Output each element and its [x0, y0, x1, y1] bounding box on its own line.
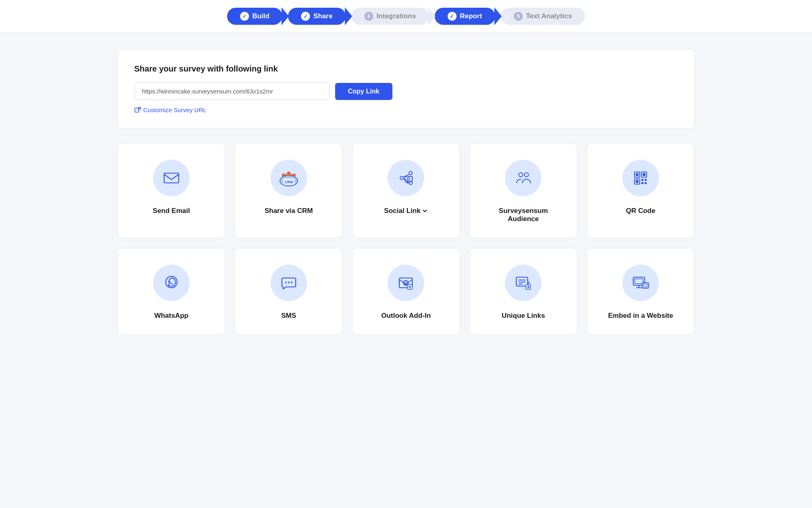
svg-rect-32: [645, 179, 647, 181]
svg-point-17: [409, 172, 412, 175]
chevron-down-icon: [422, 208, 428, 214]
top-navigation: ✓ Build ✓ Share 3 Integrations ✓ Report …: [0, 0, 812, 33]
step-integrations[interactable]: 3 Integrations: [351, 8, 429, 25]
survey-link-input[interactable]: [134, 82, 329, 100]
step-report-label: Report: [460, 12, 482, 20]
svg-point-24: [524, 173, 528, 177]
sharing-grid-row1: Send Email CRM: [118, 143, 695, 238]
send-email-label: Send Email: [153, 207, 190, 215]
crm-label: Share via CRM: [264, 207, 313, 215]
svg-rect-26: [636, 173, 639, 176]
share-link-card: Share your survey with following link Co…: [118, 49, 695, 128]
step-check-icon: ✓: [240, 12, 249, 21]
svg-rect-28: [643, 173, 645, 176]
step-share-check-icon: ✓: [301, 12, 310, 21]
share-card-audience[interactable]: Surveysensum Audience: [470, 143, 577, 238]
svg-rect-21: [405, 176, 412, 182]
step-arrow-3: [428, 7, 435, 25]
step-text-analytics-label: Text Analytics: [526, 12, 572, 20]
step-arrow-1: [281, 7, 289, 25]
sharing-grid-row2: WhatsApp SMS: [118, 248, 695, 335]
main-content: Share your survey with following link Co…: [102, 49, 711, 335]
share-card-social-link[interactable]: Social Link: [352, 143, 460, 238]
email-icon: [162, 169, 180, 187]
svg-rect-30: [636, 180, 639, 183]
step-share-label: Share: [313, 12, 332, 20]
social-link-icon-circle: [388, 160, 424, 196]
svg-point-22: [407, 178, 410, 180]
embed-icon-circle: [622, 265, 659, 301]
audience-icon: [514, 169, 532, 187]
share-card-crm[interactable]: CRM Share via CRM: [235, 143, 342, 238]
share-card-whatsapp[interactable]: WhatsApp: [118, 248, 225, 335]
outlook-icon: O: [397, 274, 415, 292]
customize-url-link[interactable]: Customize Survey URL: [134, 106, 678, 113]
whatsapp-label: WhatsApp: [154, 312, 188, 320]
svg-rect-49: [635, 279, 643, 284]
svg-point-38: [291, 282, 292, 283]
share-card-qr[interactable]: QR Code: [587, 143, 695, 238]
embed-icon: [632, 274, 650, 292]
crm-icon: CRM: [271, 160, 307, 196]
sms-label: SMS: [281, 312, 296, 320]
social-link-icon: [397, 169, 415, 187]
audience-icon-circle: [505, 160, 541, 196]
svg-rect-34: [645, 182, 647, 184]
share-card-sms[interactable]: SMS: [235, 248, 342, 335]
social-link-label: Social Link: [384, 207, 428, 215]
step-text-analytics[interactable]: 5 Text Analytics: [501, 8, 585, 25]
step-build[interactable]: ✓ Build: [227, 8, 283, 25]
copy-link-button[interactable]: Copy Link: [335, 83, 392, 100]
outlook-icon-circle: O: [388, 265, 424, 301]
unique-links-icon: [514, 274, 532, 292]
step-text-analytics-number: 5: [514, 12, 523, 21]
unique-links-label: Unique Links: [502, 312, 545, 320]
crm-icon-circle: CRM: [271, 160, 307, 196]
qr-icon: [632, 169, 650, 187]
share-title: Share your survey with following link: [134, 64, 678, 74]
share-card-unique-links[interactable]: Unique Links: [470, 248, 577, 335]
link-row: Copy Link: [134, 82, 678, 100]
qr-icon-circle: [622, 160, 659, 196]
send-email-icon-circle: [153, 160, 190, 196]
svg-point-36: [285, 282, 287, 283]
svg-point-16: [400, 176, 403, 180]
svg-rect-0: [135, 108, 139, 112]
audience-label: Surveysensum Audience: [499, 207, 548, 223]
outlook-label: Outlook Add-In: [381, 312, 431, 320]
share-card-embed[interactable]: Embed in a Website: [587, 248, 695, 335]
whatsapp-icon-circle: [153, 265, 190, 301]
svg-rect-33: [641, 182, 643, 184]
svg-text:CRM: CRM: [284, 180, 293, 184]
svg-point-37: [288, 282, 290, 283]
svg-rect-31: [641, 179, 643, 181]
external-link-icon: [134, 107, 141, 113]
step-share[interactable]: ✓ Share: [288, 8, 345, 25]
step-arrow-2: [345, 7, 352, 25]
qr-label: QR Code: [626, 207, 656, 215]
step-report-check-icon: ✓: [448, 12, 457, 21]
share-card-send-email[interactable]: Send Email: [118, 143, 225, 238]
svg-text:O: O: [405, 281, 408, 286]
whatsapp-icon: [162, 274, 180, 292]
sms-icon-circle: [271, 265, 307, 301]
customize-url-label: Customize Survey URL: [143, 106, 207, 113]
step-build-label: Build: [252, 12, 270, 20]
svg-point-23: [519, 173, 523, 177]
step-report[interactable]: ✓ Report: [435, 8, 495, 25]
sms-icon: [280, 274, 298, 292]
step-integrations-label: Integrations: [377, 12, 416, 20]
unique-links-icon-circle: [505, 265, 541, 301]
step-arrow-4: [494, 7, 502, 25]
embed-label: Embed in a Website: [608, 312, 673, 320]
svg-rect-1: [164, 173, 179, 183]
share-card-outlook[interactable]: O Outlook Add-In: [352, 248, 460, 335]
step-integrations-number: 3: [364, 12, 373, 21]
